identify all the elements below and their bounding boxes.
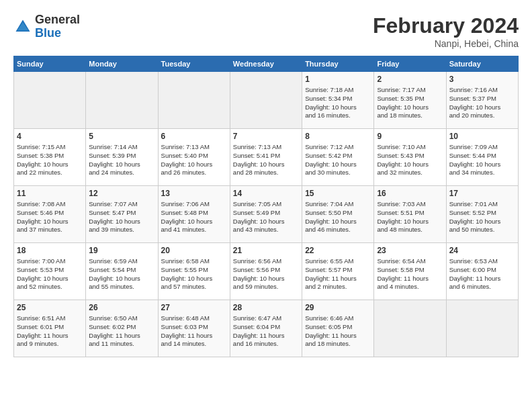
day-number: 8 (305, 132, 371, 141)
day-cell: 1Sunrise: 7:18 AM Sunset: 5:34 PM Daylig… (302, 72, 374, 129)
day-cell: 19Sunrise: 6:59 AM Sunset: 5:54 PM Dayli… (86, 243, 158, 300)
day-info: Sunrise: 7:04 AM Sunset: 5:50 PM Dayligh… (305, 200, 371, 234)
day-info: Sunrise: 6:50 AM Sunset: 6:02 PM Dayligh… (89, 314, 154, 349)
title-block: February 2024 Nanpi, Hebei, China (373, 13, 519, 49)
logo-blue: Blue (35, 26, 61, 40)
day-info: Sunrise: 6:58 AM Sunset: 5:55 PM Dayligh… (161, 257, 227, 291)
day-cell: 14Sunrise: 7:05 AM Sunset: 5:49 PM Dayli… (230, 186, 302, 243)
day-cell (86, 72, 158, 129)
day-info: Sunrise: 6:53 AM Sunset: 6:00 PM Dayligh… (449, 257, 515, 291)
calendar-table: SundayMondayTuesdayWednesdayThursdayFrid… (13, 56, 519, 357)
day-info: Sunrise: 6:56 AM Sunset: 5:56 PM Dayligh… (233, 257, 299, 291)
day-info: Sunrise: 7:18 AM Sunset: 5:34 PM Dayligh… (305, 86, 371, 120)
column-header-saturday: Saturday (446, 56, 518, 72)
day-info: Sunrise: 7:15 AM Sunset: 5:38 PM Dayligh… (17, 143, 83, 177)
day-number: 10 (449, 132, 515, 141)
day-number: 28 (233, 303, 299, 312)
column-header-wednesday: Wednesday (230, 56, 302, 72)
day-cell: 4Sunrise: 7:15 AM Sunset: 5:38 PM Daylig… (14, 129, 86, 186)
day-cell: 5Sunrise: 7:14 AM Sunset: 5:39 PM Daylig… (86, 129, 158, 186)
day-cell: 11Sunrise: 7:08 AM Sunset: 5:46 PM Dayli… (14, 186, 86, 243)
day-cell: 17Sunrise: 7:01 AM Sunset: 5:52 PM Dayli… (446, 186, 518, 243)
column-header-thursday: Thursday (302, 56, 374, 72)
day-cell: 20Sunrise: 6:58 AM Sunset: 5:55 PM Dayli… (158, 243, 230, 300)
column-header-sunday: Sunday (14, 56, 86, 72)
day-info: Sunrise: 7:00 AM Sunset: 5:53 PM Dayligh… (17, 257, 83, 291)
day-number: 11 (17, 189, 83, 198)
day-cell: 21Sunrise: 6:56 AM Sunset: 5:56 PM Dayli… (230, 243, 302, 300)
day-info: Sunrise: 7:07 AM Sunset: 5:47 PM Dayligh… (89, 200, 154, 234)
column-header-friday: Friday (374, 56, 446, 72)
location: Nanpi, Hebei, China (373, 38, 519, 49)
day-info: Sunrise: 6:54 AM Sunset: 5:58 PM Dayligh… (377, 257, 443, 291)
day-cell: 2Sunrise: 7:17 AM Sunset: 5:35 PM Daylig… (374, 72, 446, 129)
day-cell: 29Sunrise: 6:46 AM Sunset: 6:05 PM Dayli… (302, 300, 374, 357)
day-cell: 22Sunrise: 6:55 AM Sunset: 5:57 PM Dayli… (302, 243, 374, 300)
day-info: Sunrise: 7:16 AM Sunset: 5:37 PM Dayligh… (449, 86, 515, 120)
day-cell (446, 300, 518, 357)
day-cell: 9Sunrise: 7:10 AM Sunset: 5:43 PM Daylig… (374, 129, 446, 186)
logo-general: General (35, 13, 80, 26)
day-number: 23 (377, 246, 443, 255)
day-cell: 25Sunrise: 6:51 AM Sunset: 6:01 PM Dayli… (14, 300, 86, 357)
day-number: 16 (377, 189, 443, 198)
day-number: 9 (377, 132, 443, 141)
column-header-tuesday: Tuesday (158, 56, 230, 72)
day-cell (158, 72, 230, 129)
day-cell: 28Sunrise: 6:47 AM Sunset: 6:04 PM Dayli… (230, 300, 302, 357)
day-cell: 15Sunrise: 7:04 AM Sunset: 5:50 PM Dayli… (302, 186, 374, 243)
day-number: 4 (17, 132, 83, 141)
day-number: 15 (305, 189, 371, 198)
day-number: 7 (233, 132, 299, 141)
day-number: 26 (89, 303, 154, 312)
day-info: Sunrise: 7:14 AM Sunset: 5:39 PM Dayligh… (89, 143, 154, 177)
day-info: Sunrise: 7:10 AM Sunset: 5:43 PM Dayligh… (377, 143, 443, 177)
day-info: Sunrise: 6:51 AM Sunset: 6:01 PM Dayligh… (17, 314, 83, 349)
day-cell: 13Sunrise: 7:06 AM Sunset: 5:48 PM Dayli… (158, 186, 230, 243)
day-number: 1 (305, 75, 371, 84)
day-cell (230, 72, 302, 129)
day-cell: 3Sunrise: 7:16 AM Sunset: 5:37 PM Daylig… (446, 72, 518, 129)
day-cell: 12Sunrise: 7:07 AM Sunset: 5:47 PM Dayli… (86, 186, 158, 243)
day-number: 3 (449, 75, 515, 84)
day-cell (374, 300, 446, 357)
day-cell: 23Sunrise: 6:54 AM Sunset: 5:58 PM Dayli… (374, 243, 446, 300)
day-number: 2 (377, 75, 443, 84)
week-row-2: 4Sunrise: 7:15 AM Sunset: 5:38 PM Daylig… (14, 129, 519, 186)
day-number: 20 (161, 246, 227, 255)
day-cell: 10Sunrise: 7:09 AM Sunset: 5:44 PM Dayli… (446, 129, 518, 186)
day-number: 17 (449, 189, 515, 198)
week-row-3: 11Sunrise: 7:08 AM Sunset: 5:46 PM Dayli… (14, 186, 519, 243)
day-info: Sunrise: 7:01 AM Sunset: 5:52 PM Dayligh… (449, 200, 515, 234)
day-cell (14, 72, 86, 129)
day-info: Sunrise: 6:48 AM Sunset: 6:03 PM Dayligh… (161, 314, 227, 349)
day-info: Sunrise: 7:08 AM Sunset: 5:46 PM Dayligh… (17, 200, 83, 234)
day-number: 5 (89, 132, 154, 141)
day-number: 29 (305, 303, 371, 312)
day-info: Sunrise: 7:03 AM Sunset: 5:51 PM Dayligh… (377, 200, 443, 234)
day-cell: 7Sunrise: 7:13 AM Sunset: 5:41 PM Daylig… (230, 129, 302, 186)
column-headers: SundayMondayTuesdayWednesdayThursdayFrid… (14, 56, 519, 72)
day-info: Sunrise: 7:06 AM Sunset: 5:48 PM Dayligh… (161, 200, 227, 234)
day-info: Sunrise: 7:13 AM Sunset: 5:40 PM Dayligh… (161, 143, 227, 177)
day-number: 21 (233, 246, 299, 255)
day-number: 19 (89, 246, 154, 255)
day-info: Sunrise: 7:12 AM Sunset: 5:42 PM Dayligh… (305, 143, 371, 177)
day-cell: 27Sunrise: 6:48 AM Sunset: 6:03 PM Dayli… (158, 300, 230, 357)
day-cell: 16Sunrise: 7:03 AM Sunset: 5:51 PM Dayli… (374, 186, 446, 243)
logo-icon (13, 17, 32, 36)
month-title: February 2024 (373, 13, 519, 38)
page-header: General Blue February 2024 Nanpi, Hebei,… (13, 13, 519, 49)
day-number: 12 (89, 189, 154, 198)
day-cell: 24Sunrise: 6:53 AM Sunset: 6:00 PM Dayli… (446, 243, 518, 300)
day-info: Sunrise: 6:55 AM Sunset: 5:57 PM Dayligh… (305, 257, 371, 291)
day-info: Sunrise: 7:09 AM Sunset: 5:44 PM Dayligh… (449, 143, 515, 177)
day-number: 27 (161, 303, 227, 312)
week-row-1: 1Sunrise: 7:18 AM Sunset: 5:34 PM Daylig… (14, 72, 519, 129)
day-number: 18 (17, 246, 83, 255)
day-number: 22 (305, 246, 371, 255)
day-info: Sunrise: 6:47 AM Sunset: 6:04 PM Dayligh… (233, 314, 299, 349)
day-cell: 6Sunrise: 7:13 AM Sunset: 5:40 PM Daylig… (158, 129, 230, 186)
day-info: Sunrise: 7:17 AM Sunset: 5:35 PM Dayligh… (377, 86, 443, 120)
day-number: 24 (449, 246, 515, 255)
